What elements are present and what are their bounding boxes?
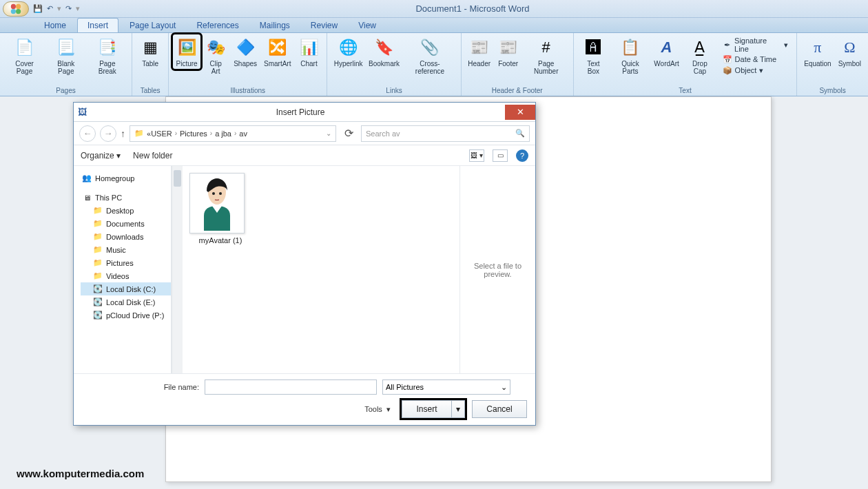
- smartart-icon: 🔀: [267, 37, 289, 59]
- new-folder-button[interactable]: New folder: [133, 151, 172, 160]
- text-box-button[interactable]: 🅰Text Box: [578, 34, 609, 76]
- tab-insert[interactable]: Insert: [77, 18, 118, 32]
- disk-icon: 💽: [93, 284, 103, 293]
- filename-input[interactable]: [205, 379, 377, 395]
- blank-page-button[interactable]: 📃Blank Page: [46, 34, 85, 76]
- cross-ref-icon: 📎: [419, 37, 441, 59]
- bookmark-button[interactable]: 🔖Bookmark: [366, 34, 402, 69]
- tools-button[interactable]: Tools ▾: [364, 405, 391, 414]
- undo-icon[interactable]: ↶: [47, 4, 53, 13]
- svg-point-1: [16, 3, 21, 8]
- group-illustrations: 🖼️Picture 🎭Clip Art 🔷Shapes 🔀SmartArt 📊C…: [169, 33, 327, 96]
- quick-parts-button[interactable]: 📋Quick Parts: [610, 34, 650, 76]
- tree-this-pc[interactable]: 🖥This PC: [81, 191, 171, 204]
- footer-icon: 📰: [497, 37, 519, 59]
- page-number-button[interactable]: #Page Number: [524, 34, 569, 76]
- back-button[interactable]: ←: [79, 125, 96, 142]
- file-list[interactable]: myAvatar (1): [183, 166, 459, 373]
- cancel-button[interactable]: Cancel: [472, 400, 527, 418]
- view-mode-button[interactable]: 🖼 ▾: [469, 149, 484, 162]
- search-placeholder: Search av: [366, 129, 400, 138]
- date-time-button[interactable]: 📅Date & Time: [721, 54, 790, 65]
- dialog-title: Insert Picture: [96, 107, 505, 117]
- breadcrumb[interactable]: 📁 « USER› Pictures› a jba› av ⌄: [130, 125, 336, 142]
- forward-button[interactable]: →: [100, 125, 116, 142]
- object-button[interactable]: 📦Object ▾: [721, 65, 790, 76]
- file-type-filter[interactable]: All Pictures⌄: [382, 379, 510, 395]
- ribbon: 📄Cover Page 📃Blank Page 📑Page Break Page…: [0, 33, 868, 96]
- redo-icon[interactable]: ↷: [65, 4, 72, 13]
- preview-pane: Select a file to preview.: [459, 166, 535, 373]
- wordart-button[interactable]: AWordArt: [652, 34, 681, 69]
- office-button[interactable]: [3, 1, 29, 17]
- drop-cap-button[interactable]: A̲Drop Cap: [683, 34, 716, 76]
- tree-documents[interactable]: 📁Documents: [81, 217, 171, 230]
- folder-icon: 📁: [93, 232, 103, 241]
- tab-page-layout[interactable]: Page Layout: [120, 19, 185, 32]
- cover-page-button[interactable]: 📄Cover Page: [4, 34, 45, 76]
- group-pages: 📄Cover Page 📃Blank Page 📑Page Break Page…: [0, 33, 132, 96]
- shapes-icon: 🔷: [234, 37, 256, 59]
- header-button[interactable]: 📰Header: [466, 34, 493, 69]
- chart-icon: 📊: [298, 37, 320, 59]
- tab-references[interactable]: References: [187, 19, 248, 32]
- footer-button[interactable]: 📰Footer: [495, 34, 522, 69]
- insert-dropdown[interactable]: ▾: [452, 401, 464, 417]
- symbol-button[interactable]: ΩSymbol: [836, 34, 864, 69]
- clip-art-button[interactable]: 🎭Clip Art: [202, 34, 229, 76]
- picture-icon: 🖼️: [176, 37, 198, 59]
- tab-review[interactable]: Review: [301, 19, 347, 32]
- quick-parts-icon: 📋: [619, 37, 641, 59]
- smartart-button[interactable]: 🔀SmartArt: [261, 34, 293, 69]
- tree-desktop[interactable]: 📁Desktop: [81, 204, 171, 217]
- dialog-nav: ← → ↑ 📁 « USER› Pictures› a jba› av ⌄ ⟳ …: [74, 122, 535, 145]
- search-input[interactable]: Search av 🔍: [361, 125, 530, 142]
- tree-videos[interactable]: 📁Videos: [81, 269, 171, 282]
- hyperlink-button[interactable]: 🌐Hyperlink: [331, 34, 364, 69]
- save-icon[interactable]: 💾: [33, 4, 43, 13]
- help-icon[interactable]: ?: [516, 149, 528, 162]
- group-hf-label: Header & Footer: [466, 86, 569, 95]
- chart-button[interactable]: 📊Chart: [295, 34, 322, 69]
- group-symbols: πEquation ΩSymbol Symbols: [797, 33, 868, 96]
- group-illustrations-label: Illustrations: [173, 86, 322, 95]
- tree-local-disk-c[interactable]: 💽Local Disk (C:): [81, 282, 171, 295]
- table-button[interactable]: ▦Table: [136, 34, 164, 69]
- tree-local-disk-e[interactable]: 💽Local Disk (E:): [81, 295, 171, 309]
- tree-scrollbar[interactable]: [172, 166, 183, 373]
- page-break-button[interactable]: 📑Page Break: [87, 34, 128, 76]
- cover-page-icon: 📄: [14, 37, 36, 59]
- tab-home[interactable]: Home: [34, 19, 76, 32]
- chevron-down-icon: ⌄: [501, 383, 507, 392]
- equation-icon: π: [807, 37, 829, 59]
- text-box-icon: 🅰: [582, 37, 604, 59]
- folder-icon: 📁: [93, 258, 103, 267]
- tree-pictures[interactable]: 📁Pictures: [81, 256, 171, 269]
- organize-button[interactable]: Organize ▾: [81, 151, 121, 160]
- tree-homegroup[interactable]: 👥Homegroup: [81, 171, 171, 185]
- tree-downloads[interactable]: 📁Downloads: [81, 230, 171, 243]
- cross-reference-button[interactable]: 📎Cross-reference: [403, 34, 456, 76]
- scrollbar-thumb[interactable]: [174, 170, 181, 187]
- folder-icon: 📁: [134, 129, 144, 138]
- folder-icon: 📁: [93, 271, 103, 280]
- dialog-bottom: File name: All Pictures⌄ Tools ▾ Insert …: [74, 373, 535, 425]
- shapes-button[interactable]: 🔷Shapes: [231, 34, 260, 69]
- insert-button[interactable]: Insert ▾: [402, 400, 465, 418]
- picture-button[interactable]: 🖼️Picture: [173, 34, 200, 69]
- tab-view[interactable]: View: [349, 19, 386, 32]
- preview-pane-button[interactable]: ▭: [493, 149, 508, 162]
- group-symbols-label: Symbols: [801, 86, 864, 95]
- insert-picture-dialog: 🖼 Insert Picture ✕ ← → ↑ 📁 « USER› Pictu…: [73, 102, 536, 426]
- tree-music[interactable]: 📁Music: [81, 243, 171, 256]
- close-button[interactable]: ✕: [505, 105, 535, 120]
- refresh-button[interactable]: ⟳: [340, 125, 357, 142]
- signature-line-button[interactable]: ✒Signature Line ▾: [721, 36, 790, 54]
- tab-mailings[interactable]: Mailings: [250, 19, 300, 32]
- tree-pcloud[interactable]: 💽pCloud Drive (P:): [81, 309, 171, 322]
- breadcrumb-dd[interactable]: ⌄: [326, 129, 331, 137]
- up-button[interactable]: ↑: [121, 128, 125, 139]
- equation-button[interactable]: πEquation: [801, 34, 834, 69]
- folder-icon: 📁: [93, 206, 103, 215]
- file-item[interactable]: myAvatar (1): [189, 173, 251, 244]
